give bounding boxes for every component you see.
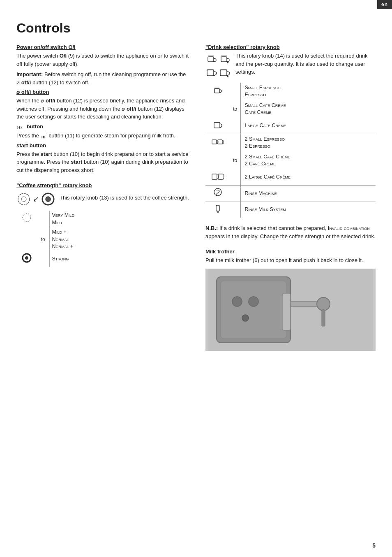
mild-icon-cell <box>16 211 37 227</box>
page-title: Controls <box>16 21 376 36</box>
coffee-strength-heading: "Coffee strength" rotary knob <box>16 182 189 188</box>
drink-row1-to-empty <box>230 83 240 100</box>
rinse-machine-text: Rinse Machine <box>240 186 376 202</box>
strength-row-mild: Very Mild Mild <box>16 211 189 227</box>
milk-frother-section: Milk frother Pull the milk frother (6) o… <box>205 248 376 351</box>
small-espresso-text: Small Espresso Espresso <box>240 83 376 100</box>
coffee-rotary-icons: ↙ <box>16 192 55 207</box>
cafe-creme-text: Small Café Crème Café Crème <box>240 100 376 118</box>
milk-rinse-icon <box>213 204 223 214</box>
strong-coffee-icon <box>41 192 55 207</box>
svg-point-34 <box>317 297 330 311</box>
drink-row-to2: to 2 Small Café Crème 2 Café Crème <box>205 152 376 169</box>
strength-empty1 <box>37 211 49 227</box>
drink-row-2large-cafe-creme: 2 Large Café Crème <box>205 169 376 186</box>
svg-point-37 <box>249 297 258 306</box>
milk-frother-image <box>205 269 376 351</box>
drink-row-rinse-machine: Rinse Machine <box>205 186 376 202</box>
strength-row-strong: Strong <box>16 252 189 267</box>
2small-espresso-text: 2 Small Espresso 2 Espresso <box>240 134 376 152</box>
svg-point-6 <box>25 256 28 260</box>
strength-to: to <box>37 227 49 252</box>
drink-rotary-icons <box>205 53 231 77</box>
strength-empty2 <box>37 252 49 267</box>
strength-row-to: to Mild + Normal Normal + <box>16 227 189 252</box>
drink-rotary-description: This rotary knob (14) is used to select … <box>235 52 376 76</box>
svg-rect-17 <box>214 88 219 93</box>
drink-selection-section: "Drink selection" rotary knob <box>205 44 376 351</box>
svg-point-16 <box>227 76 228 77</box>
drink-selection-heading: "Drink selection" rotary knob <box>205 44 376 50</box>
rinse-icon <box>213 187 223 197</box>
rinse-milk-system-text: Rinse Milk System <box>240 202 376 218</box>
large-cup-icon <box>213 120 223 130</box>
drink-row6-to-empty <box>230 169 240 186</box>
drink-rotary-row: This rotary knob (14) is used to select … <box>205 52 376 79</box>
svg-rect-23 <box>212 174 217 179</box>
coffee-strength-table: Very Mild Mild to Mild + Normal Normal + <box>16 211 189 267</box>
start-button-section: start button Press the start button (10)… <box>16 142 189 174</box>
svg-rect-21 <box>212 140 217 144</box>
rotary-arrow: ↙ <box>33 195 39 204</box>
svg-rect-22 <box>218 140 222 144</box>
svg-rect-14 <box>220 70 227 76</box>
svg-point-4 <box>23 214 31 222</box>
steam-para: Press the button (11) to generate steam … <box>16 132 189 140</box>
drink-row-to1: to Small Café Crème Café Crème <box>205 100 376 118</box>
offi-button-section: ⌀ off/i button When the ⌀ off/i button (… <box>16 89 189 121</box>
drink-row-2small-espresso: 2 Small Espresso 2 Espresso <box>205 134 376 152</box>
rinse-to-empty <box>230 186 240 202</box>
2cafe-creme-text: 2 Small Café Crème 2 Café Crème <box>240 152 376 169</box>
drink-selection-table: Small Espresso Espresso to Small Café Cr… <box>205 83 376 218</box>
svg-rect-7 <box>208 57 214 62</box>
drink-small-cup-tl <box>205 53 217 64</box>
svg-point-25 <box>214 188 221 196</box>
large-cup-icon-cell <box>205 118 230 134</box>
two-large-cups-icon <box>212 171 224 181</box>
svg-point-36 <box>232 297 242 306</box>
start-button-heading: start button <box>16 142 189 149</box>
strong-icon-cell <box>16 252 37 267</box>
rinse-icon-cell <box>205 186 230 202</box>
small-cup-icon-cell <box>205 83 230 100</box>
svg-rect-9 <box>221 57 227 62</box>
svg-point-1 <box>21 197 26 202</box>
svg-rect-31 <box>221 281 286 339</box>
drink-to1-icon <box>205 100 230 118</box>
steam-heading: button <box>16 123 189 130</box>
svg-rect-26 <box>216 205 219 211</box>
milk-frother-heading: Milk frother <box>205 248 376 255</box>
drink-to1: to <box>230 100 240 118</box>
drink-row-rinse-milk: Rinse Milk System <box>205 202 376 218</box>
strong-text: Strong <box>49 252 189 267</box>
milk-rinse-icon-cell <box>205 202 230 218</box>
milk-rinse-to-empty <box>230 202 240 218</box>
svg-point-3 <box>46 197 51 202</box>
drink-to2: to <box>230 152 240 169</box>
drink-to2-icon <box>205 152 230 169</box>
svg-rect-32 <box>282 293 291 330</box>
steam-button-section: button Press the button (11) to generate… <box>16 123 189 140</box>
svg-rect-35 <box>322 310 325 326</box>
drink-row-large-cafe-creme: Large Café Crème <box>205 118 376 134</box>
coffee-rotary-description: This rotary knob (13) is used to set the… <box>60 194 189 202</box>
mild-icon <box>22 213 32 223</box>
power-switch-para2: Important: Before switching off, run the… <box>16 70 189 86</box>
offi-para: When the ⌀ off/i button (12) is pressed … <box>16 97 189 121</box>
milk-frother-illustration <box>205 269 376 351</box>
to-icon-cell <box>16 227 37 252</box>
large-cafe-creme-text: Large Café Crème <box>240 118 376 134</box>
right-column: "Drink selection" rotary knob <box>205 44 376 351</box>
svg-point-0 <box>18 193 30 205</box>
nb-paragraph: N.B.: If a drink is selected that cannot… <box>205 224 376 240</box>
drink-cup-tr <box>219 53 230 64</box>
drink-row3-to-empty <box>230 118 240 134</box>
milk-frother-para: Pull the milk frother (6) out to open it… <box>205 256 376 265</box>
svg-point-38 <box>242 315 249 321</box>
power-switch-section: Power on/off switch O/I The power switch… <box>16 44 189 86</box>
steam-icon <box>16 123 24 130</box>
svg-point-11 <box>227 62 228 63</box>
two-small-cups-icon <box>212 137 224 146</box>
svg-rect-19 <box>214 123 220 128</box>
2large-cafe-creme-text: 2 Large Café Crème <box>240 169 376 186</box>
